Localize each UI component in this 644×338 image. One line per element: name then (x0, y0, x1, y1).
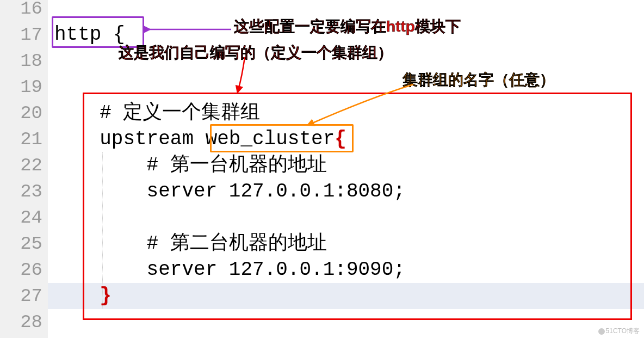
line-number: 18 (0, 48, 42, 74)
watermark-icon (598, 328, 605, 335)
line-number: 25 (0, 231, 42, 257)
line-number: 16 (0, 0, 42, 22)
line-number: 22 (0, 152, 42, 179)
arrow-orange (305, 82, 424, 131)
line-number: 21 (0, 126, 42, 152)
line-number: 24 (0, 205, 42, 231)
line-number: 17 (0, 22, 42, 48)
arrow-red (228, 54, 272, 95)
watermark: 51CTO博客 (598, 327, 640, 336)
line-number: 28 (0, 309, 42, 335)
line-number: 19 (0, 74, 42, 100)
line-number: 26 (0, 257, 42, 283)
line-number: 23 (0, 179, 42, 205)
annotation-http-note: 这些配置一定要编写在http模块下 (234, 16, 461, 37)
line-number: 20 (0, 100, 42, 126)
arrow-purple (144, 24, 237, 35)
watermark-text: 51CTO博客 (606, 327, 640, 336)
annotation-name-note: 集群组的名字（任意） (403, 70, 555, 90)
line-number: 27 (0, 283, 42, 309)
